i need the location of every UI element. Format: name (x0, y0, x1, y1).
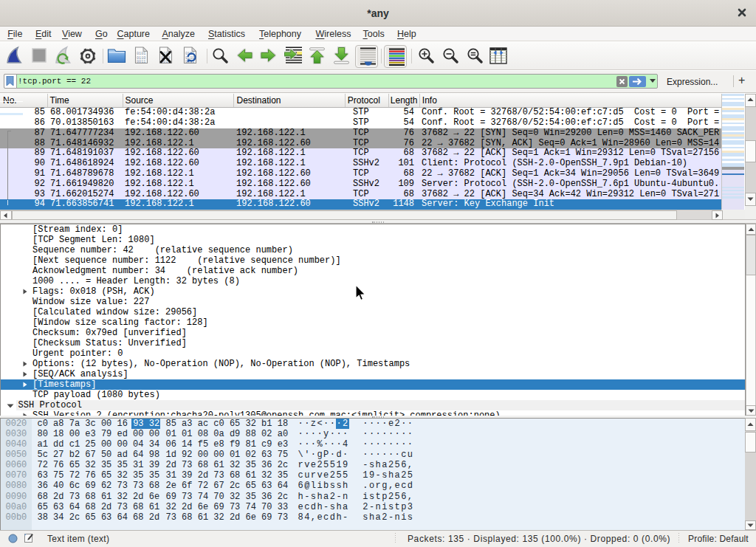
svg-text:0011: 0011 (137, 60, 145, 64)
